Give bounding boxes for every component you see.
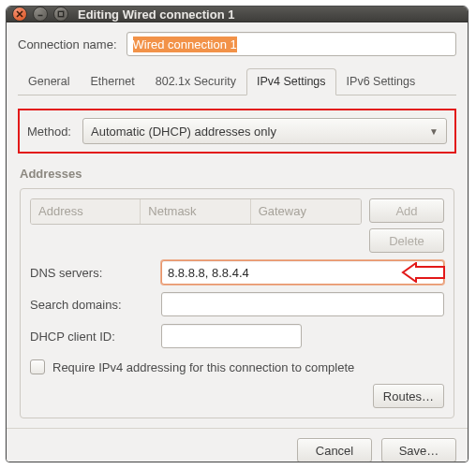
method-highlight-box: Method: Automatic (DHCP) addresses only … bbox=[18, 109, 456, 154]
addresses-row: Address Netmask Gateway Add Delete bbox=[30, 198, 444, 253]
add-button[interactable]: Add bbox=[369, 198, 444, 223]
require-row: Require IPv4 addressing for this connect… bbox=[30, 359, 444, 374]
save-button[interactable]: Save… bbox=[381, 438, 456, 462]
tab-ethernet[interactable]: Ethernet bbox=[80, 68, 144, 95]
tab-general[interactable]: General bbox=[18, 68, 80, 95]
method-label: Method: bbox=[27, 125, 71, 139]
search-label: Search domains: bbox=[30, 298, 152, 312]
dns-label: DNS servers: bbox=[30, 266, 152, 280]
titlebar: Editing Wired connection 1 bbox=[7, 7, 468, 22]
connection-name-row: Connection name: Wired connection 1 bbox=[18, 32, 456, 56]
require-checkbox[interactable] bbox=[30, 359, 45, 374]
connection-name-input[interactable]: Wired connection 1 bbox=[126, 32, 456, 56]
dns-input[interactable]: 8.8.8.8, 8.8.4.4 bbox=[161, 260, 444, 285]
require-label: Require IPv4 addressing for this connect… bbox=[52, 360, 354, 374]
addr-col-address: Address bbox=[31, 199, 141, 224]
svg-rect-0 bbox=[58, 11, 63, 16]
dhcp-input[interactable] bbox=[161, 324, 302, 348]
addr-col-netmask: Netmask bbox=[141, 199, 250, 224]
method-value: Automatic (DHCP) addresses only bbox=[91, 125, 276, 139]
connection-name-label: Connection name: bbox=[18, 37, 117, 51]
addresses-group: Address Netmask Gateway Add Delete DNS s… bbox=[20, 188, 454, 418]
window: Editing Wired connection 1 Connection na… bbox=[6, 6, 469, 462]
addresses-title: Addresses bbox=[20, 167, 454, 181]
close-icon[interactable] bbox=[12, 7, 27, 22]
dhcp-row: DHCP client ID: bbox=[30, 324, 444, 348]
window-title: Editing Wired connection 1 bbox=[78, 7, 234, 22]
chevron-down-icon: ▼ bbox=[429, 126, 439, 137]
addresses-table: Address Netmask Gateway bbox=[30, 198, 362, 225]
footer: Cancel Save… bbox=[7, 428, 468, 462]
tab-8021x[interactable]: 802.1x Security bbox=[145, 68, 246, 95]
content: Connection name: Wired connection 1 Gene… bbox=[7, 22, 468, 428]
connection-name-value: Wired connection 1 bbox=[133, 37, 237, 52]
method-combo[interactable]: Automatic (DHCP) addresses only ▼ bbox=[82, 118, 447, 144]
minimize-icon[interactable] bbox=[33, 7, 48, 22]
tab-ipv4[interactable]: IPv4 Settings bbox=[246, 68, 336, 95]
dhcp-label: DHCP client ID: bbox=[30, 330, 152, 344]
cancel-button[interactable]: Cancel bbox=[297, 438, 372, 462]
search-row: Search domains: bbox=[30, 292, 444, 316]
maximize-icon[interactable] bbox=[53, 7, 68, 22]
routes-button[interactable]: Routes… bbox=[373, 384, 444, 408]
tab-ipv6[interactable]: IPv6 Settings bbox=[336, 68, 426, 95]
delete-button[interactable]: Delete bbox=[369, 228, 444, 253]
addr-col-gateway: Gateway bbox=[251, 199, 361, 224]
routes-row: Routes… bbox=[30, 384, 444, 408]
search-input[interactable] bbox=[161, 292, 444, 316]
dns-value: 8.8.8.8, 8.8.4.4 bbox=[168, 266, 249, 280]
addr-buttons: Add Delete bbox=[369, 198, 444, 253]
tabs: General Ethernet 802.1x Security IPv4 Se… bbox=[18, 67, 456, 95]
dns-row: DNS servers: 8.8.8.8, 8.8.4.4 bbox=[30, 260, 444, 285]
